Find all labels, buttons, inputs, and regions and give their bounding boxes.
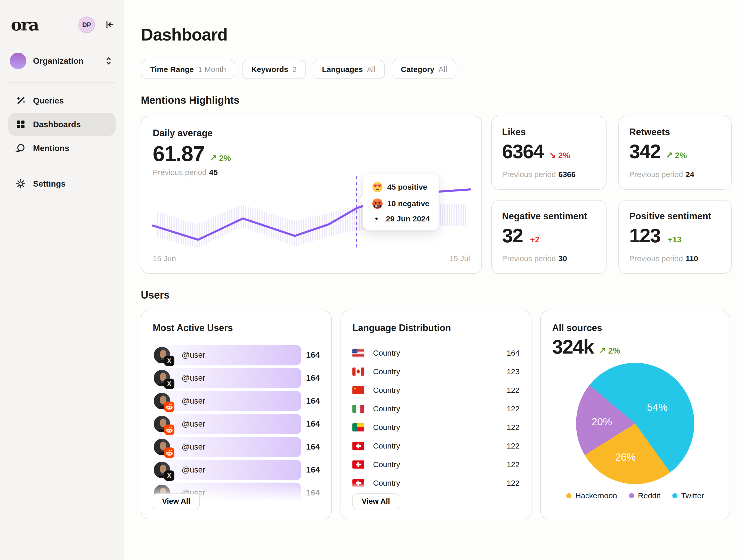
language-row: Country 122: [352, 455, 520, 474]
daily-average-card: Daily average 61.87 ↗ 2% Previous period…: [141, 116, 482, 274]
legend-dot-icon: [629, 493, 634, 498]
organization-selector[interactable]: Organization: [8, 53, 116, 69]
language-row: Country 122: [352, 474, 520, 492]
sidebar-nav-label: Dashboards: [33, 120, 81, 129]
country-label: Country: [373, 367, 400, 376]
daily-average-chart[interactable]: 45 positive &$!#%: [153, 185, 470, 250]
user-handle: @user: [182, 419, 205, 429]
section-title-users: Users: [141, 289, 732, 301]
all-sources-total: 324k: [552, 337, 594, 357]
section-title-highlights: Mentions Highlights: [141, 94, 732, 106]
reddit-icon: [164, 447, 174, 458]
tooltip-positive: 45 positive: [387, 183, 427, 191]
stat-value: 32: [502, 226, 523, 246]
stats-grid: Likes 6364 ↘ 2% Previous period6366 Retw…: [491, 116, 732, 274]
card-title: Most Active Users: [153, 322, 320, 334]
organization-avatar: [10, 53, 26, 69]
sources-pie-chart: 54% 26% 20%: [576, 363, 694, 484]
main-content: Dashboard Time Range 1 Month Keywords 2 …: [124, 0, 743, 560]
user-activity-bar: [153, 391, 301, 412]
user-activity-bar: [153, 368, 301, 388]
x-twitter-icon: X: [164, 470, 174, 481]
user-avatar: X: [154, 416, 170, 432]
divider: [8, 166, 116, 166]
all-sources-card: All sources 324k ↗ 2% 54% 26% 20% Hacker…: [540, 311, 730, 519]
user-avatar: X: [154, 439, 170, 455]
legend-label: Hackernoon: [575, 491, 617, 500]
language-row: Country 122: [352, 437, 520, 455]
svg-text:X: X: [167, 472, 171, 479]
filter-chip-time-range[interactable]: Time Range 1 Month: [141, 60, 235, 79]
user-avatar: X: [154, 347, 170, 363]
country-label: Country: [373, 423, 400, 432]
heart-eyes-emoji-icon: [372, 181, 383, 193]
most-active-users-card: Most Active Users X: [141, 311, 332, 519]
network-badge: X: [164, 425, 174, 435]
trend-icon: ↘: [549, 150, 556, 160]
users-list: X @user 164 X: [153, 345, 320, 503]
sidebar-item-label: Settings: [33, 179, 65, 189]
svg-text:X: X: [167, 380, 171, 387]
card-title: Daily average: [153, 128, 470, 139]
active-user-row[interactable]: X @user 164: [153, 368, 320, 388]
filter-chip-value: All: [367, 65, 376, 74]
user-activity-bar: [153, 460, 301, 480]
filter-chip-label: Languages: [322, 65, 363, 74]
country-count: 122: [507, 423, 520, 432]
gear-icon: [15, 179, 26, 189]
filter-chip-keywords[interactable]: Keywords 2: [242, 60, 306, 79]
daily-average-value: 61.87: [153, 143, 204, 164]
filter-chip-value: All: [439, 65, 447, 74]
collapse-sidebar-icon[interactable]: [104, 19, 115, 30]
sidebar: ora DP Organization: [0, 0, 124, 560]
sidebar-item-mentions[interactable]: Mentions: [8, 137, 116, 160]
divider: [8, 82, 116, 83]
card-title: All sources: [552, 322, 718, 334]
user-avatar: X: [154, 393, 170, 409]
view-all-users-button[interactable]: View All: [153, 493, 200, 509]
country-count: 122: [507, 441, 520, 450]
language-list: Country 164 Country 123 Country 122 Coun…: [352, 344, 520, 492]
active-user-row[interactable]: X @user 164: [153, 460, 320, 480]
legend-dot-icon: [672, 493, 678, 498]
daily-average-delta: ↗ 2%: [210, 153, 231, 163]
country-flag-icon: [352, 386, 364, 395]
page-title: Dashboard: [141, 26, 732, 44]
filter-chip-label: Time Range: [150, 65, 194, 74]
network-badge: X: [164, 379, 174, 389]
country-count: 122: [507, 404, 520, 413]
svg-text:X: X: [167, 357, 171, 364]
user-avatar[interactable]: DP: [78, 16, 95, 33]
active-user-row[interactable]: X @user 164: [153, 345, 320, 365]
stat-card: Negative sentiment 32 +2 Previous period…: [491, 200, 607, 274]
bullet-dot: [376, 218, 378, 220]
active-user-row[interactable]: X @user 164: [153, 391, 320, 412]
country-count: 164: [507, 349, 520, 357]
x-axis-end: 15 Jul: [449, 254, 470, 263]
sidebar-item-settings[interactable]: Settings: [8, 172, 116, 195]
network-badge: X: [164, 447, 174, 458]
filter-chip-languages[interactable]: Languages All: [313, 60, 385, 79]
active-user-row[interactable]: X @user 164: [153, 414, 320, 434]
sidebar-item-queries[interactable]: Queries: [8, 89, 116, 112]
user-handle: @user: [182, 374, 205, 383]
country-label: Country: [373, 404, 400, 413]
user-activity-bar: [153, 437, 301, 457]
user-handle: @user: [182, 465, 205, 475]
stat-delta: ↘ 2%: [549, 150, 570, 160]
stat-delta: +2: [528, 235, 539, 244]
view-all-languages-button[interactable]: View All: [352, 493, 399, 509]
country-flag-icon: [352, 367, 364, 376]
stat-delta: +13: [666, 235, 682, 244]
dashboard-app: ora DP Organization: [0, 0, 743, 560]
chart-tooltip: 45 positive &$!#%: [363, 174, 439, 230]
dashboard-grid-icon: [15, 119, 26, 130]
legend-item: Twitter: [672, 491, 704, 500]
filter-chip-category[interactable]: Category All: [392, 60, 456, 79]
active-user-row[interactable]: X @user 164: [153, 437, 320, 457]
user-handle: @user: [182, 350, 205, 360]
sidebar-item-dashboards[interactable]: Dashboards: [8, 113, 116, 136]
language-row: Country 123: [352, 362, 520, 381]
svg-text:&$!#%: &$!#%: [375, 205, 380, 207]
network-badge: X: [164, 356, 174, 366]
